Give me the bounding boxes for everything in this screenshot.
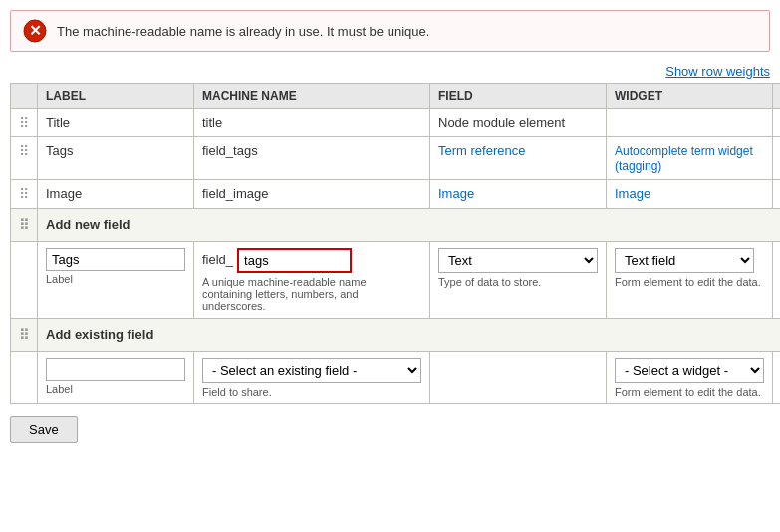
row-machine-image: field_image bbox=[194, 180, 430, 209]
add-new-widget-hint: Form element to edit the data. bbox=[615, 276, 764, 288]
add-existing-spacer bbox=[11, 352, 38, 404]
table-row: ⠿ Title title Node module element bbox=[11, 109, 781, 137]
row-field-tags: Term reference bbox=[430, 137, 607, 180]
row-field-image: Image bbox=[430, 180, 607, 209]
add-existing-widget-cell: - Select a widget - Text field Autocompl… bbox=[607, 352, 773, 404]
machine-name-prefix: field_ bbox=[202, 248, 233, 267]
field-link-tags[interactable]: Term reference bbox=[438, 143, 525, 158]
machine-name-description: A unique machine-readable name containin… bbox=[202, 276, 401, 312]
th-label: LABEL bbox=[38, 84, 194, 109]
svg-text:✕: ✕ bbox=[29, 22, 42, 39]
error-message-box: ✕ The machine-readable name is already i… bbox=[10, 10, 770, 52]
widget-label-tags: Autocomplete term widget (tagging) bbox=[615, 144, 753, 173]
add-new-label-hint: Label bbox=[46, 273, 185, 285]
drag-handle[interactable]: ⠿ bbox=[11, 137, 38, 180]
add-existing-field-select-cell: - Select an existing field - field_tags … bbox=[194, 352, 430, 404]
row-ops-title bbox=[773, 109, 781, 137]
row-machine-tags: field_tags bbox=[194, 137, 430, 180]
row-ops-tags: edit delete bbox=[773, 137, 781, 180]
drag-handle[interactable]: ⠿ bbox=[11, 109, 38, 137]
add-new-machine-cell: field_ A unique machine-readable name co… bbox=[194, 242, 430, 319]
add-existing-field-label: Add existing field bbox=[38, 319, 781, 352]
add-new-spacer bbox=[11, 242, 38, 319]
add-existing-empty-cell bbox=[430, 352, 607, 404]
row-widget-title bbox=[607, 109, 773, 137]
th-widget: WIDGET bbox=[607, 84, 773, 109]
show-weights-row: Show row weights bbox=[10, 64, 770, 79]
widget-label-image[interactable]: Image bbox=[615, 186, 650, 201]
row-label-image: Image bbox=[38, 180, 194, 209]
add-existing-field-select[interactable]: - Select an existing field - field_tags … bbox=[202, 358, 421, 383]
table-header-row: LABEL MACHINE NAME FIELD WIDGET OPERATIO… bbox=[11, 84, 781, 109]
drag-handle[interactable]: ⠿ bbox=[11, 180, 38, 209]
save-button[interactable]: Save bbox=[10, 416, 78, 443]
row-field-title: Node module element bbox=[430, 109, 607, 137]
field-type-hint: Type of data to store. bbox=[438, 276, 598, 288]
table-row: ⠿ Image field_image Image Image edit del… bbox=[11, 180, 781, 209]
row-machine-title: title bbox=[194, 109, 430, 137]
add-new-widget-select[interactable]: Text field Text area Text area (summary) bbox=[615, 248, 754, 273]
add-new-machine-name-input[interactable] bbox=[237, 248, 352, 273]
th-operations: OPERATIONS bbox=[773, 84, 781, 109]
row-label-title: Title bbox=[38, 109, 194, 137]
add-new-label-input[interactable] bbox=[46, 248, 185, 271]
field-link-image[interactable]: Image bbox=[438, 186, 474, 201]
row-label-tags: Tags bbox=[38, 137, 194, 180]
add-existing-ops-cell bbox=[773, 352, 781, 404]
add-existing-label-cell: Label bbox=[38, 352, 194, 404]
add-new-field-type-cell: Text Integer Float Boolean Date File Ima… bbox=[430, 242, 607, 319]
add-new-field-inputs-row: Label field_ A unique machine-readable n… bbox=[11, 242, 781, 319]
error-text: The machine-readable name is already in … bbox=[57, 24, 429, 39]
add-new-drag-handle[interactable]: ⠿ bbox=[11, 209, 38, 242]
existing-field-hint: Field to share. bbox=[202, 386, 401, 398]
add-existing-label-hint: Label bbox=[46, 383, 185, 395]
row-widget-image: Image bbox=[607, 180, 773, 209]
row-ops-image: edit delete bbox=[773, 180, 781, 209]
add-new-field-type-select[interactable]: Text Integer Float Boolean Date File Ima… bbox=[438, 248, 598, 273]
show-weights-link[interactable]: Show row weights bbox=[665, 64, 770, 79]
add-new-ops-cell bbox=[773, 242, 781, 319]
th-drag bbox=[11, 84, 38, 109]
add-new-field-section-row: ⠿ Add new field bbox=[11, 209, 781, 242]
add-new-label-cell: Label bbox=[38, 242, 194, 319]
add-new-widget-cell: Text field Text area Text area (summary)… bbox=[607, 242, 773, 319]
add-new-field-label: Add new field bbox=[38, 209, 781, 242]
existing-widget-hint: Form element to edit the data. bbox=[615, 386, 764, 398]
th-machine-name: MACHINE NAME bbox=[194, 84, 430, 109]
add-existing-widget-select[interactable]: - Select a widget - Text field Autocompl… bbox=[615, 358, 764, 383]
add-existing-field-inputs-row: Label - Select an existing field - field… bbox=[11, 352, 781, 404]
error-icon: ✕ bbox=[23, 19, 47, 43]
row-widget-tags: Autocomplete term widget (tagging) bbox=[607, 137, 773, 180]
th-field: FIELD bbox=[430, 84, 607, 109]
save-row: Save bbox=[10, 416, 770, 443]
fields-table: LABEL MACHINE NAME FIELD WIDGET OPERATIO… bbox=[10, 83, 780, 404]
add-existing-field-section-row: ⠿ Add existing field bbox=[11, 319, 781, 352]
add-existing-label-input[interactable] bbox=[46, 358, 185, 381]
table-row: ⠿ Tags field_tags Term reference Autocom… bbox=[11, 137, 781, 180]
add-existing-drag-handle[interactable]: ⠿ bbox=[11, 319, 38, 352]
